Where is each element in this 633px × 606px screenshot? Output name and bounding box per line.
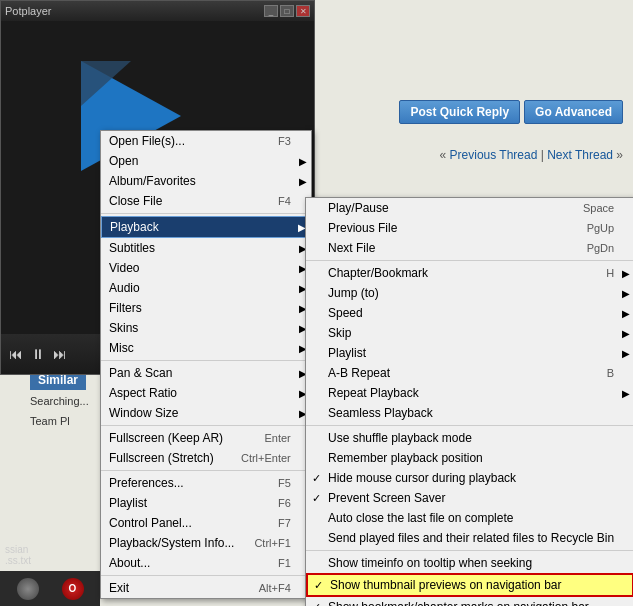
submenu-seamless-playback[interactable]: Seamless Playback: [306, 403, 633, 423]
thread-navigation: « Previous Thread | Next Thread »: [440, 148, 623, 162]
maximize-button[interactable]: □: [280, 5, 294, 17]
menu-video[interactable]: Video ▶: [101, 258, 311, 278]
submenu-ab-repeat[interactable]: A-B Repeat B: [306, 363, 633, 383]
submenu-previous-file[interactable]: Previous File PgUp: [306, 218, 633, 238]
submenu-playlist[interactable]: Playlist ▶: [306, 343, 633, 363]
submenu-send-to-recycle[interactable]: Send played files and their related file…: [306, 528, 633, 548]
menu-fullscreen-stretch[interactable]: Fullscreen (Stretch) Ctrl+Enter: [101, 448, 311, 468]
submenu-prevent-screen-saver[interactable]: Prevent Screen Saver: [306, 488, 633, 508]
prev-button[interactable]: ⏮: [9, 346, 23, 362]
submenu-skip[interactable]: Skip ▶: [306, 323, 633, 343]
submenu-show-timeinfo[interactable]: Show timeinfo on tooltip when seeking: [306, 553, 633, 573]
menu-separator-5: [101, 575, 311, 576]
menu-preferences[interactable]: Preferences... F5: [101, 473, 311, 493]
submenu-sep-3: [306, 550, 633, 551]
close-button[interactable]: ✕: [296, 5, 310, 17]
menu-separator-1: [101, 213, 311, 214]
submenu-next-file[interactable]: Next File PgDn: [306, 238, 633, 258]
menu-filters[interactable]: Filters ▶: [101, 298, 311, 318]
menu-separator-4: [101, 470, 311, 471]
submenu-show-bookmark-marks[interactable]: Show bookmark/chapter marks on navigatio…: [306, 597, 633, 606]
next-button[interactable]: ⏭: [53, 346, 67, 362]
titlebar-controls: _ □ ✕: [264, 5, 310, 17]
opera-icon[interactable]: O: [62, 578, 84, 600]
menu-aspect-ratio[interactable]: Aspect Ratio ▶: [101, 383, 311, 403]
menu-separator-2: [101, 360, 311, 361]
menu-playback-system-info[interactable]: Playback/System Info... Ctrl+F1: [101, 533, 311, 553]
minimize-button[interactable]: _: [264, 5, 278, 17]
menu-playback[interactable]: Playback ▶: [101, 216, 311, 238]
team-text: Team Pl: [30, 415, 70, 427]
menu-skins[interactable]: Skins ▶: [101, 318, 311, 338]
menu-subtitles[interactable]: Subtitles ▶: [101, 238, 311, 258]
searching-text: Searching...: [30, 395, 89, 407]
submenu-jump-to[interactable]: Jump (to) ▶: [306, 283, 633, 303]
next-thread-link[interactable]: Next Thread: [547, 148, 613, 162]
menu-open-files[interactable]: Open File(s)... F3: [101, 131, 311, 151]
menu-album-favorites[interactable]: Album/Favorites ▶: [101, 171, 311, 191]
russian-text-label: ssian.ss.txt: [5, 544, 31, 566]
menu-close-file[interactable]: Close File F4: [101, 191, 311, 211]
submenu-sep-2: [306, 425, 633, 426]
menu-misc[interactable]: Misc ▶: [101, 338, 311, 358]
previous-thread-link[interactable]: Previous Thread: [450, 148, 538, 162]
bottom-icons-bar: O: [0, 571, 100, 606]
submenu-repeat-playback[interactable]: Repeat Playback ▶: [306, 383, 633, 403]
playback-submenu: Play/Pause Space Previous File PgUp Next…: [305, 197, 633, 606]
submenu-remember-position[interactable]: Remember playback position: [306, 448, 633, 468]
menu-open[interactable]: Open ▶: [101, 151, 311, 171]
go-advanced-button[interactable]: Go Advanced: [524, 100, 623, 124]
submenu-sep-1: [306, 260, 633, 261]
menu-exit[interactable]: Exit Alt+F4: [101, 578, 311, 598]
submenu-play-pause[interactable]: Play/Pause Space: [306, 198, 633, 218]
forum-action-buttons: Post Quick Reply Go Advanced: [399, 100, 623, 124]
potplayer-title: Potplayer: [5, 5, 264, 17]
potplayer-titlebar: Potplayer _ □ ✕: [1, 1, 314, 21]
submenu-speed[interactable]: Speed ▶: [306, 303, 633, 323]
submenu-auto-close[interactable]: Auto close the last file on complete: [306, 508, 633, 528]
menu-window-size[interactable]: Window Size ▶: [101, 403, 311, 423]
menu-playlist[interactable]: Playlist F6: [101, 493, 311, 513]
submenu-chapter-bookmark[interactable]: Chapter/Bookmark H ▶: [306, 263, 633, 283]
menu-fullscreen-keep-ar[interactable]: Fullscreen (Keep AR) Enter: [101, 428, 311, 448]
post-quick-reply-button[interactable]: Post Quick Reply: [399, 100, 520, 124]
play-pause-button[interactable]: ⏸: [31, 346, 45, 362]
submenu-hide-mouse-cursor[interactable]: Hide mouse cursor during playback: [306, 468, 633, 488]
menu-about[interactable]: About... F1: [101, 553, 311, 573]
menu-control-panel[interactable]: Control Panel... F7: [101, 513, 311, 533]
menu-separator-3: [101, 425, 311, 426]
submenu-shuffle-mode[interactable]: Use shuffle playback mode: [306, 428, 633, 448]
menu-audio[interactable]: Audio ▶: [101, 278, 311, 298]
menu-pan-scan[interactable]: Pan & Scan ▶: [101, 363, 311, 383]
submenu-show-thumbnail-previews[interactable]: Show thumbnail previews on navigation ba…: [306, 573, 633, 597]
app-icon-1[interactable]: [17, 578, 39, 600]
main-context-menu: Open File(s)... F3 Open ▶ Album/Favorite…: [100, 130, 312, 599]
